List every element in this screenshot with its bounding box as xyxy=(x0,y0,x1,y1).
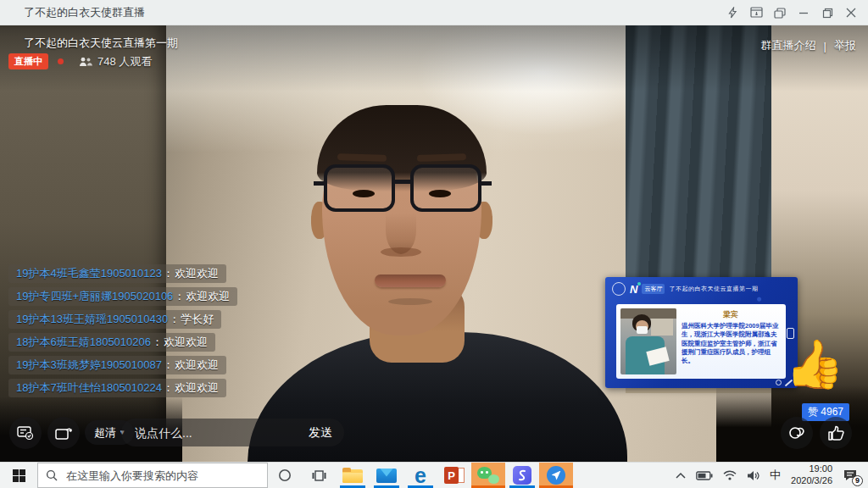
start-button[interactable] xyxy=(0,463,37,488)
wifi-icon[interactable] xyxy=(718,463,742,488)
minimize-icon[interactable] xyxy=(792,0,815,25)
volume-icon[interactable] xyxy=(742,463,765,488)
stream-session-title: 了不起的白衣天使云直播第一期 xyxy=(24,36,178,51)
group-live-intro-link[interactable]: 群直播介绍 xyxy=(761,38,816,53)
cascade-windows-icon[interactable] xyxy=(768,0,792,25)
send-button[interactable]: 发送 xyxy=(309,425,332,441)
speaker-bio: 温州医科大学护理学院2009届毕业生，现浙江大学医学院附属邵逸夫医院重症监护室主… xyxy=(682,322,780,366)
slide-header-title: 了不起的白衣天使云直播第一期 xyxy=(669,285,758,293)
report-link[interactable]: 举报 xyxy=(834,38,856,53)
taskbar-app-purple[interactable] xyxy=(505,463,539,488)
danmaku-toggle-button[interactable] xyxy=(9,417,42,449)
cortana-button[interactable] xyxy=(268,463,302,488)
channel-name: 云客厅 xyxy=(642,284,665,294)
live-video-canvas: 了不起的白衣天使云直播第一期 直播中 748 人观看 群直播介绍 | 举报 19… xyxy=(0,25,868,462)
paper-plane-icon xyxy=(547,466,565,485)
pip-presentation-slide[interactable]: N 云客厅 了不起的白衣天使云直播第一期 梁宾 温州医科大学护理学院2009届毕… xyxy=(605,277,798,388)
speaker-name: 梁宾 xyxy=(682,309,780,320)
n-channel-logo: N xyxy=(630,283,637,296)
task-view-icon xyxy=(312,469,326,482)
clock-date: 2020/3/26 xyxy=(791,475,832,487)
live-status-badge: 直播中 xyxy=(8,53,48,69)
windows-logo-icon xyxy=(13,469,25,482)
quality-label: 超清 xyxy=(94,425,116,441)
chat-username: 18护本7班叶佳怡1805010224 xyxy=(16,380,162,396)
powerpoint-icon: P xyxy=(444,467,465,484)
share-icon xyxy=(787,424,806,441)
chat-username: 19护本3班姚梦婷1905010087 xyxy=(16,358,162,373)
search-input[interactable] xyxy=(64,469,259,483)
purple-app-icon xyxy=(513,466,531,485)
chat-message: 19护本4班毛鑫莹1905010123：欢迎欢迎 xyxy=(8,264,226,283)
speaker-card: 梁宾 温州医科大学护理学院2009届毕业生，现浙江大学医学院附属邵逸夫医院重症监… xyxy=(616,304,786,379)
chat-text: 欢迎欢迎 xyxy=(175,380,219,396)
university-seal-logo xyxy=(612,282,626,296)
viewers-icon xyxy=(79,57,92,67)
taskbar-clock[interactable]: 19:00 2020/3/26 xyxy=(786,463,836,488)
search-icon xyxy=(46,469,58,481)
window-titlebar: 了不起的白衣天使群直播 xyxy=(0,0,868,25)
chat-input[interactable] xyxy=(133,425,302,441)
chat-message: 18护本7班叶佳怡1805010224：欢迎欢迎 xyxy=(8,379,226,397)
taskbar-app-file-explorer[interactable] xyxy=(336,463,370,488)
thumbs-up-icon xyxy=(827,424,845,441)
eyeglasses xyxy=(324,164,395,212)
flip-camera-button[interactable] xyxy=(47,417,80,449)
notification-count-badge: 9 xyxy=(852,475,863,486)
wechat-icon xyxy=(477,467,499,484)
like-button[interactable] xyxy=(820,417,852,449)
chat-text: 学长好 xyxy=(181,312,214,327)
taskbar-search[interactable] xyxy=(37,463,268,488)
chat-input-pill: 发送 xyxy=(121,419,344,446)
taskbar-app-paperplane[interactable] xyxy=(539,463,573,488)
chat-text: 欢迎欢迎 xyxy=(175,266,219,281)
chat-text: 欢迎欢迎 xyxy=(175,358,219,373)
tray-chevron-up-icon[interactable] xyxy=(670,463,691,488)
desktop: 了不起的白衣天使群直播 xyxy=(0,0,868,488)
chat-message-list[interactable]: 19护本4班毛鑫莹1905010123：欢迎欢迎 19护专四班+唐丽娜19050… xyxy=(8,264,415,402)
headset-icon xyxy=(776,380,782,385)
taskbar-app-mail[interactable] xyxy=(370,463,403,488)
action-center-button[interactable]: 9 xyxy=(836,463,868,488)
file-explorer-icon xyxy=(342,468,363,483)
taskbar-app-wechat[interactable] xyxy=(471,463,505,488)
ime-indicator[interactable]: 中 xyxy=(765,463,786,488)
restore-icon[interactable] xyxy=(815,0,839,25)
edge-icon: e xyxy=(415,465,426,486)
chat-username: 18护本6班王婧1805010206 xyxy=(16,335,151,350)
battery-icon[interactable] xyxy=(691,463,718,488)
viewer-count: 748 人观看 xyxy=(79,54,152,69)
windows-taskbar: e P xyxy=(0,462,868,488)
floating-like-emoji: 👍 xyxy=(785,341,844,388)
quick-actions-icon[interactable] xyxy=(721,0,744,25)
mail-icon xyxy=(376,469,397,483)
menu-divider: | xyxy=(824,40,826,53)
chat-username: 19护本4班毛鑫莹1905010123 xyxy=(16,266,162,281)
cortana-icon xyxy=(278,469,292,482)
chat-username: 19护本13班王婧瑶1905010430 xyxy=(16,312,168,327)
chat-message: 19护本3班姚梦婷1905010087：欢迎欢迎 xyxy=(8,356,226,374)
clock-time: 19:00 xyxy=(809,463,832,475)
danmaku-icon xyxy=(17,426,34,441)
pin-window-icon[interactable] xyxy=(744,0,768,25)
close-icon[interactable] xyxy=(839,0,863,25)
chat-message: 18护本6班王婧1805010206：欢迎欢迎 xyxy=(8,333,215,352)
share-button[interactable] xyxy=(781,417,813,449)
flip-camera-icon xyxy=(54,425,73,441)
speaker-photo xyxy=(620,308,676,374)
chat-username: 19护专四班+唐丽娜1905020106 xyxy=(16,289,173,304)
chat-text: 欢迎欢迎 xyxy=(164,335,208,350)
task-view-button[interactable] xyxy=(302,463,336,488)
taskbar-app-edge[interactable]: e xyxy=(403,463,437,488)
chat-message: 19护本13班王婧瑶1905010430：学长好 xyxy=(8,310,221,329)
chat-message: 19护专四班+唐丽娜1905020106：欢迎欢迎 xyxy=(8,287,237,306)
live-dot xyxy=(58,58,64,64)
chat-text: 欢迎欢迎 xyxy=(186,289,230,304)
window-title: 了不起的白衣天使群直播 xyxy=(24,0,145,25)
taskbar-app-powerpoint[interactable]: P xyxy=(437,463,471,488)
